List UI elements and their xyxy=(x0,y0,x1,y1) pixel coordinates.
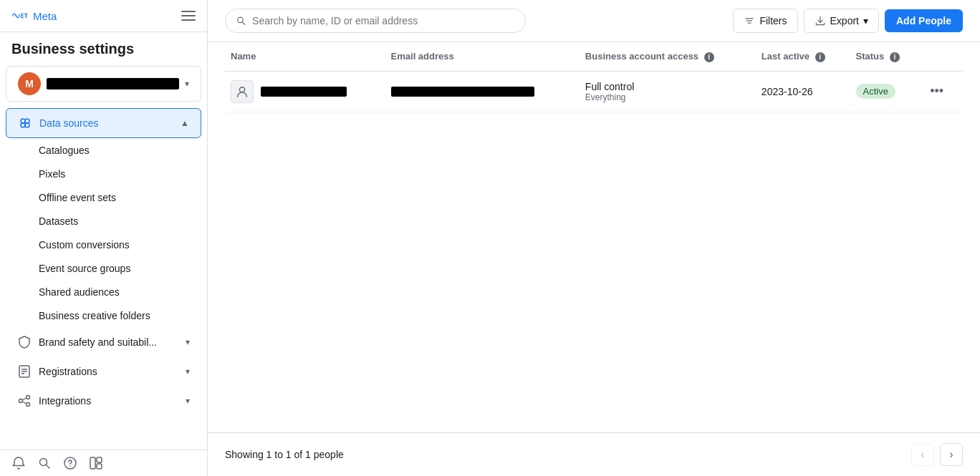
hamburger-menu[interactable] xyxy=(181,9,196,23)
svg-point-26 xyxy=(239,87,244,92)
sidebar-item-shared-audiences[interactable]: Shared audiences xyxy=(6,281,201,303)
account-selector[interactable]: M ▾ xyxy=(6,66,201,102)
notifications-icon[interactable] xyxy=(11,456,26,470)
export-button[interactable]: Export ▾ xyxy=(804,9,879,33)
table-row: Full control Everything 2023-10-26 Activ… xyxy=(225,71,963,112)
col-actions xyxy=(920,42,963,71)
svg-point-10 xyxy=(27,403,30,407)
nav-item-registrations[interactable]: Registrations ▾ xyxy=(6,357,201,386)
email-cell xyxy=(385,71,580,112)
sidebar-header: Meta xyxy=(0,0,207,32)
data-sources-label: Data sources xyxy=(39,117,173,129)
svg-point-9 xyxy=(27,396,30,399)
col-email: Email address xyxy=(385,42,580,71)
sidebar-item-offline-event-sets[interactable]: Offline event sets xyxy=(6,186,201,209)
data-sources-expand-icon: ▲ xyxy=(181,118,189,128)
chevron-down-icon: ▾ xyxy=(185,79,189,89)
table-header-row: Name Email address Business account acce… xyxy=(225,42,963,71)
svg-point-16 xyxy=(69,466,71,467)
prev-page-button[interactable]: ‹ xyxy=(911,443,934,466)
col-last-active: Last active i xyxy=(756,42,850,71)
person-icon xyxy=(231,80,254,103)
last-active-cell: 2023-10-26 xyxy=(756,71,850,112)
access-level: Full control xyxy=(585,81,750,92)
integrations-expand-icon: ▾ xyxy=(186,396,190,406)
nav-item-integrations[interactable]: Integrations ▾ xyxy=(6,387,201,415)
name-redacted xyxy=(261,87,347,97)
name-cell xyxy=(225,71,385,112)
toolbar-actions: Filters Export ▾ Add People xyxy=(733,9,963,33)
status-badge: Active xyxy=(856,84,895,99)
svg-point-1 xyxy=(25,119,29,123)
search-input[interactable] xyxy=(252,15,515,26)
sidebar-item-datasets[interactable]: Datasets xyxy=(6,210,201,233)
registrations-icon xyxy=(17,364,32,379)
svg-line-12 xyxy=(22,402,27,404)
nav-item-data-sources[interactable]: Data sources ▲ xyxy=(6,108,201,138)
sidebar-footer xyxy=(0,450,207,476)
data-sources-icon xyxy=(18,116,32,130)
svg-point-3 xyxy=(25,123,29,127)
filters-icon xyxy=(744,15,755,26)
next-icon: › xyxy=(949,448,953,461)
sidebar-item-business-creative-folders[interactable]: Business creative folders xyxy=(6,304,201,327)
nav-item-brand-safety[interactable]: Brand safety and suitabil... ▾ xyxy=(6,328,201,356)
account-name xyxy=(47,78,179,89)
access-sub: Everything xyxy=(585,92,750,102)
main-footer: Showing 1 to 1 of 1 people ‹ › xyxy=(208,432,980,476)
svg-line-11 xyxy=(22,398,27,400)
status-info-icon[interactable]: i xyxy=(890,52,900,62)
svg-line-21 xyxy=(242,22,244,24)
pagination-buttons: ‹ › xyxy=(911,443,963,466)
search-bar[interactable] xyxy=(225,9,526,33)
svg-rect-18 xyxy=(97,457,102,462)
filters-button[interactable]: Filters xyxy=(733,9,797,33)
brand-safety-icon xyxy=(17,335,32,349)
sidebar-item-event-source-groups[interactable]: Event source groups xyxy=(6,257,201,280)
next-page-button[interactable]: › xyxy=(940,443,963,466)
data-sources-subnav: Catalogues Pixels Offline event sets Dat… xyxy=(0,139,207,327)
integrations-label: Integrations xyxy=(39,395,178,407)
registrations-expand-icon: ▾ xyxy=(186,366,190,377)
more-actions-button[interactable]: ••• xyxy=(926,80,948,103)
sidebar-item-catalogues[interactable]: Catalogues xyxy=(6,139,201,162)
pagination-info: Showing 1 to 1 of 1 people xyxy=(225,449,344,460)
svg-line-14 xyxy=(47,465,50,469)
help-icon[interactable] xyxy=(63,456,77,470)
meta-logo-icon xyxy=(11,11,29,21)
main-toolbar: Filters Export ▾ Add People xyxy=(208,0,980,42)
col-name: Name xyxy=(225,42,385,71)
last-active-info-icon[interactable]: i xyxy=(815,52,825,62)
svg-point-2 xyxy=(21,123,25,127)
access-cell: Full control Everything xyxy=(580,71,756,112)
people-table: Name Email address Business account acce… xyxy=(225,42,963,112)
avatar: M xyxy=(18,72,41,95)
add-people-button[interactable]: Add People xyxy=(885,9,963,32)
main-content: Filters Export ▾ Add People Nam xyxy=(208,0,980,476)
email-redacted xyxy=(391,87,534,97)
sidebar-item-custom-conversions[interactable]: Custom conversions xyxy=(6,233,201,256)
more-actions-cell: ••• xyxy=(920,71,963,112)
svg-point-8 xyxy=(19,399,23,403)
sidebar: Meta Business settings M ▾ Data sources … xyxy=(0,0,208,476)
search-icon[interactable] xyxy=(37,456,52,470)
sidebar-item-pixels[interactable]: Pixels xyxy=(6,162,201,185)
page-title: Business settings xyxy=(0,32,207,63)
meta-brand-text: Meta xyxy=(33,10,57,22)
access-info-icon[interactable]: i xyxy=(704,52,714,62)
col-status: Status i xyxy=(850,42,920,71)
filters-label: Filters xyxy=(759,15,787,26)
integrations-icon xyxy=(17,394,32,408)
nav-section: Data sources ▲ Catalogues Pixels Offline… xyxy=(0,105,207,419)
export-label: Export xyxy=(830,15,859,26)
export-icon xyxy=(815,15,826,26)
svg-rect-19 xyxy=(97,464,102,469)
layout-icon[interactable] xyxy=(89,456,103,470)
table-container: Name Email address Business account acce… xyxy=(208,42,980,432)
add-people-label: Add People xyxy=(896,15,951,26)
prev-icon: ‹ xyxy=(921,448,924,461)
brand-safety-label: Brand safety and suitabil... xyxy=(39,336,178,348)
svg-rect-17 xyxy=(90,457,95,469)
svg-point-0 xyxy=(21,119,25,123)
meta-logo: Meta xyxy=(11,10,57,22)
